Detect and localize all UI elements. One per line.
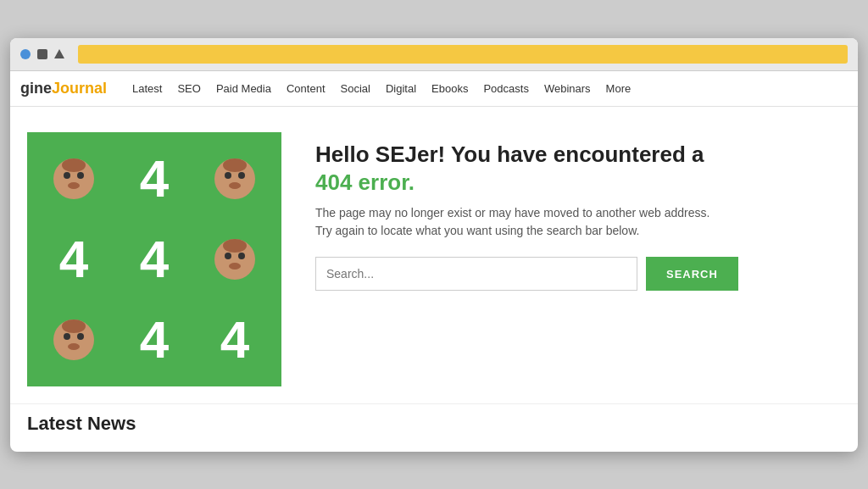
svg-point-16 bbox=[64, 333, 70, 340]
grid-cell-6 bbox=[197, 223, 273, 295]
nav-item-podcasts[interactable]: Podcasts bbox=[483, 81, 528, 96]
svg-point-3 bbox=[68, 182, 80, 189]
dot-blue bbox=[20, 49, 31, 59]
nav-link-seo[interactable]: SEO bbox=[177, 82, 200, 95]
face-icon-2 bbox=[213, 157, 257, 201]
search-input[interactable] bbox=[315, 257, 637, 291]
svg-point-17 bbox=[77, 333, 84, 340]
nav-link-webinars[interactable]: Webinars bbox=[544, 82, 591, 95]
latest-news-section: Latest News bbox=[10, 403, 858, 452]
error-code: 404 error. bbox=[315, 169, 415, 195]
error-title: Hello SEJer! You have encountered a 404 … bbox=[315, 141, 832, 198]
nav-item-seo[interactable]: SEO bbox=[177, 81, 200, 96]
four-text-4: 4 bbox=[140, 314, 169, 366]
nav-item-more[interactable]: More bbox=[606, 81, 632, 96]
nav-item-digital[interactable]: Digital bbox=[386, 81, 416, 96]
nav-item-social[interactable]: Social bbox=[341, 81, 370, 96]
svg-point-19 bbox=[62, 320, 86, 333]
search-row: SEARCH bbox=[315, 257, 832, 291]
nav-item-ebooks[interactable]: Ebooks bbox=[431, 81, 468, 96]
nav-link-social[interactable]: Social bbox=[341, 82, 370, 95]
search-button[interactable]: SEARCH bbox=[646, 257, 738, 291]
svg-point-4 bbox=[62, 158, 86, 172]
svg-point-6 bbox=[225, 172, 231, 179]
svg-point-1 bbox=[64, 172, 70, 179]
svg-point-8 bbox=[229, 182, 241, 189]
error-content: Hello SEJer! You have encountered a 404 … bbox=[315, 132, 832, 386]
svg-point-12 bbox=[238, 253, 245, 259]
address-bar[interactable] bbox=[78, 45, 848, 64]
logo-gine-text: gine bbox=[20, 80, 52, 97]
nav-link-paid-media[interactable]: Paid Media bbox=[216, 82, 271, 95]
error-404-image: 4 4 4 bbox=[27, 132, 281, 386]
dot-triangle bbox=[54, 49, 64, 58]
svg-point-7 bbox=[238, 172, 245, 179]
site-logo[interactable]: gineJournal bbox=[20, 80, 107, 97]
face-icon-4 bbox=[52, 318, 96, 362]
four-text-3: 4 bbox=[140, 233, 169, 286]
nav-item-latest[interactable]: Latest bbox=[132, 81, 162, 96]
grid-cell-3 bbox=[197, 142, 273, 214]
grid-cell-4: 4 bbox=[36, 223, 112, 295]
grid-cell-1 bbox=[36, 142, 112, 214]
content-area: 4 4 4 bbox=[10, 107, 858, 403]
nav-link-latest[interactable]: Latest bbox=[132, 82, 162, 95]
latest-news-title: Latest News bbox=[27, 413, 841, 435]
grid-cell-9: 4 bbox=[197, 303, 273, 375]
svg-point-11 bbox=[225, 253, 231, 259]
error-description: The page may no longer exist or may have… bbox=[315, 204, 722, 240]
grid-cell-5: 4 bbox=[116, 223, 192, 295]
nav-link-content[interactable]: Content bbox=[287, 82, 326, 95]
svg-point-14 bbox=[223, 239, 247, 253]
face-icon-1 bbox=[52, 157, 96, 201]
nav-item-paid-media[interactable]: Paid Media bbox=[216, 81, 271, 96]
nav-link-digital[interactable]: Digital bbox=[386, 82, 416, 95]
nav-item-webinars[interactable]: Webinars bbox=[544, 81, 591, 96]
logo-journal-text: Journal bbox=[52, 80, 107, 97]
face-icon-3 bbox=[213, 237, 257, 281]
grid-cell-7 bbox=[36, 303, 112, 375]
dot-dark bbox=[37, 49, 47, 59]
grid-cell-8: 4 bbox=[116, 303, 192, 375]
browser-chrome bbox=[10, 38, 858, 71]
svg-point-18 bbox=[68, 343, 80, 350]
nav-link-more[interactable]: More bbox=[606, 82, 632, 95]
four-text-2: 4 bbox=[59, 233, 88, 286]
nav-link-podcasts[interactable]: Podcasts bbox=[483, 82, 528, 95]
error-title-line1: Hello SEJer! You have encountered a bbox=[315, 142, 704, 167]
nav-item-content[interactable]: Content bbox=[287, 81, 326, 96]
svg-point-13 bbox=[229, 263, 241, 270]
svg-point-9 bbox=[223, 158, 247, 172]
four-text-5: 4 bbox=[220, 314, 249, 366]
browser-window: gineJournal Latest SEO Paid Media Conten… bbox=[10, 38, 858, 452]
four-text-1: 4 bbox=[140, 153, 169, 205]
nav-links: Latest SEO Paid Media Content Social Dig… bbox=[132, 81, 631, 96]
svg-point-2 bbox=[77, 172, 84, 179]
nav-link-ebooks[interactable]: Ebooks bbox=[431, 82, 468, 95]
grid-cell-2: 4 bbox=[116, 142, 192, 214]
nav-bar: gineJournal Latest SEO Paid Media Conten… bbox=[10, 71, 858, 107]
